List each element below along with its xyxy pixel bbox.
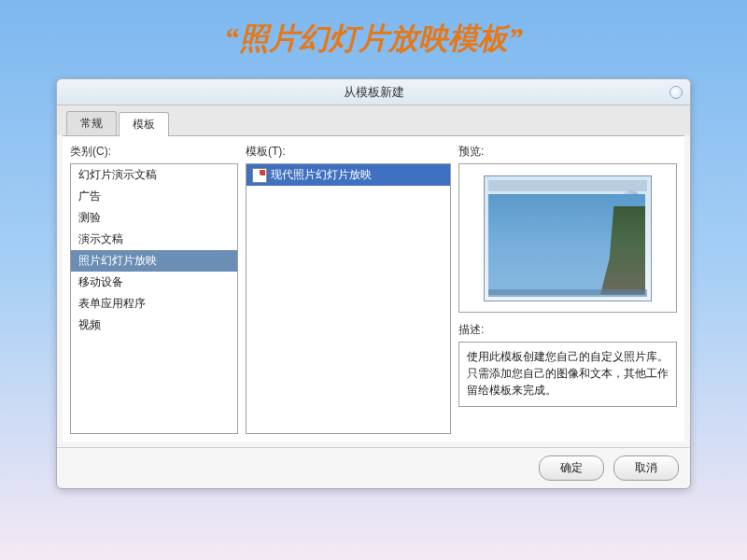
template-item-label: 现代照片幻灯片放映 [271,167,372,183]
preview-label: 预览: [458,144,677,160]
list-item[interactable]: 幻灯片演示文稿 [71,164,237,186]
template-column: 模板(T): 现代照片幻灯片放映 [246,144,451,434]
dialog-title: 从模板新建 [344,84,404,101]
list-item[interactable]: 演示文稿 [71,229,237,250]
preview-cliff-graphic [600,206,645,295]
list-item[interactable]: 视频 [71,315,237,336]
corner-button-icon[interactable] [669,86,683,99]
ok-button[interactable]: 确定 [539,455,604,481]
preview-footer-bar [488,289,647,297]
preview-header-bar [488,180,647,191]
list-item[interactable]: 移动设备 [71,272,237,293]
template-label: 模板(T): [246,144,451,160]
tab-templates[interactable]: 模板 [119,112,169,136]
description-label: 描述: [458,322,677,338]
tab-general[interactable]: 常规 [66,111,117,135]
list-item[interactable]: 广告 [71,186,237,207]
page-title: “照片幻灯片放映模板” [0,0,747,78]
template-list[interactable]: 现代照片幻灯片放映 [246,163,451,434]
list-item[interactable]: 测验 [71,207,237,229]
category-column: 类别(C): 幻灯片演示文稿 广告 测验 演示文稿 照片幻灯片放映 移动设备 表… [70,144,238,434]
cancel-button[interactable]: 取消 [613,455,679,481]
tab-strip: 常规 模板 [57,105,690,135]
template-item[interactable]: 现代照片幻灯片放映 [247,164,450,186]
button-row: 确定 取消 [57,447,690,488]
description-section: 描述: 使用此模板创建您自己的自定义照片库。只需添加您自己的图像和文本，其他工作… [458,322,677,407]
list-item[interactable]: 照片幻灯片放映 [71,250,237,272]
preview-box [458,163,677,313]
preview-thumbnail [484,175,652,301]
dialog-content: 类别(C): 幻灯片演示文稿 广告 测验 演示文稿 照片幻灯片放映 移动设备 表… [63,135,684,441]
category-label: 类别(C): [70,144,238,160]
preview-photo [488,194,645,295]
list-item[interactable]: 表单应用程序 [71,293,237,315]
template-file-icon [252,168,267,183]
category-list[interactable]: 幻灯片演示文稿 广告 测验 演示文稿 照片幻灯片放映 移动设备 表单应用程序 视… [70,163,238,434]
preview-column: 预览: 描述: 使用此模板创建您自己的自定义照片库。只需添加您自己的图像和文本，… [458,144,677,434]
new-from-template-dialog: 从模板新建 常规 模板 类别(C): 幻灯片演示文稿 广告 测验 演示文稿 照片… [56,78,691,489]
titlebar: 从模板新建 [57,79,690,105]
description-text: 使用此模板创建您自己的自定义照片库。只需添加您自己的图像和文本，其他工作留给模板… [458,342,677,407]
